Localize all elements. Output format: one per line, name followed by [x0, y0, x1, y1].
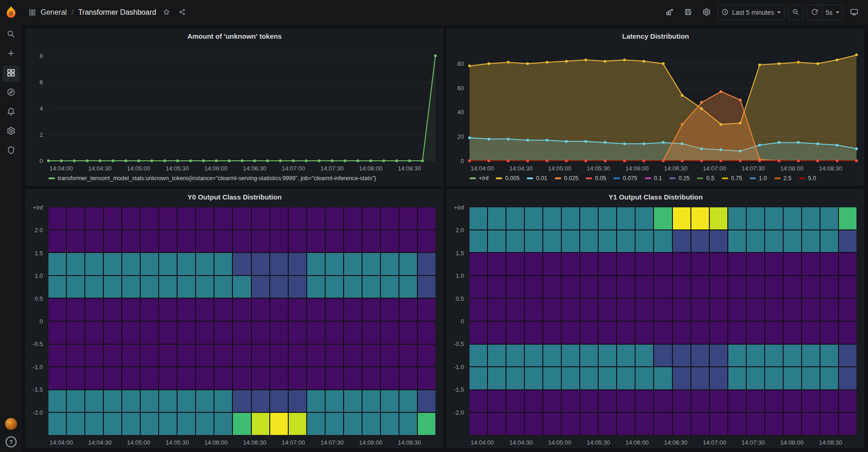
- save-dashboard-button[interactable]: [681, 5, 696, 20]
- y-tick-label: 0: [40, 158, 43, 164]
- heatmap-cell: [418, 345, 435, 367]
- heatmap-cell: [381, 367, 398, 389]
- heatmap-cell: [214, 253, 232, 275]
- panel-title[interactable]: Y0 Output Class Distribution: [26, 190, 443, 204]
- legend-item[interactable]: +Inf: [470, 175, 488, 182]
- refresh-button[interactable]: [807, 5, 822, 20]
- sidebar-item-search[interactable]: [3, 27, 19, 43]
- heatmap-cell: [196, 207, 214, 229]
- heatmap-cell: [543, 299, 561, 321]
- heatmap-cell: [820, 276, 838, 298]
- heatmap-cell: [85, 367, 103, 389]
- heatmap-cell: [344, 253, 362, 275]
- heatmap-cell: [839, 345, 856, 367]
- page-title[interactable]: Transformer Dashboard: [78, 8, 156, 17]
- sidebar-item-server-admin[interactable]: [3, 143, 19, 159]
- heatmap-cell: [562, 345, 579, 367]
- sidebar-item-create[interactable]: [3, 46, 19, 63]
- dashboard-controls: Last 5 minutes 5s: [662, 5, 862, 20]
- legend-item[interactable]: 0.05: [586, 175, 606, 182]
- panel-title[interactable]: Amount of 'unknown' tokens: [26, 29, 443, 43]
- star-dashboard-button[interactable]: [161, 6, 172, 19]
- data-point: [176, 159, 179, 162]
- sidebar-item-configuration[interactable]: [3, 123, 19, 140]
- plot-area[interactable]: [48, 47, 435, 161]
- tv-mode-button[interactable]: [847, 5, 862, 20]
- heatmap-cell: [159, 299, 177, 321]
- breadcrumb-section[interactable]: General: [41, 8, 67, 17]
- help-icon[interactable]: ?: [6, 436, 17, 447]
- add-panel-button[interactable]: [662, 5, 677, 20]
- legend-swatch: [470, 177, 476, 179]
- data-point: [836, 144, 838, 147]
- heatmap-cell: [344, 367, 362, 389]
- legend-item[interactable]: 0.75: [722, 175, 742, 182]
- sidebar-item-alerting[interactable]: [3, 104, 19, 121]
- panel-title[interactable]: Y1 Output Class Distribution: [447, 190, 864, 204]
- grafana-logo-icon[interactable]: [4, 5, 18, 19]
- dashboard-settings-button[interactable]: [699, 5, 714, 20]
- heatmap-cell: [159, 322, 177, 344]
- heatmap-cell: [418, 413, 435, 435]
- data-point: [855, 53, 858, 56]
- x-tick-label: 14:07:30: [321, 165, 344, 172]
- heatmap-cell: [765, 345, 783, 367]
- data-point: [604, 141, 606, 144]
- heatmap-cell: [599, 390, 616, 412]
- x-tick-label: 14:07:00: [703, 165, 726, 172]
- data-point: [642, 60, 645, 63]
- sidebar-item-explore[interactable]: [3, 85, 19, 101]
- save-icon: [684, 8, 692, 18]
- heatmap-cell: [654, 367, 672, 389]
- heatmap-cell: [48, 253, 66, 275]
- heatmap-cell: [104, 322, 121, 344]
- y-tick-label: 0.5: [456, 295, 464, 302]
- y-axis: +Inf2.01.51.00.50-0.5-1.0-1.5-2.0: [26, 207, 46, 435]
- heatmap-cell: [562, 230, 579, 252]
- legend-item[interactable]: 0.005: [496, 175, 519, 182]
- share-dashboard-button[interactable]: [177, 6, 188, 19]
- heatmap-cell: [399, 413, 417, 435]
- legend-item[interactable]: 1.0: [749, 175, 767, 182]
- refresh-interval-picker[interactable]: 5s: [822, 5, 843, 20]
- heatmap-grid: [48, 207, 435, 435]
- heatmap-cell: [159, 367, 177, 389]
- legend-item[interactable]: 5.0: [799, 175, 816, 182]
- legend-item[interactable]: 0.025: [555, 175, 578, 182]
- legend-item[interactable]: transformer_tensorrt_model_stats:unknown…: [48, 175, 376, 182]
- heatmap-grid: [470, 207, 856, 435]
- data-point: [778, 159, 780, 162]
- x-tick-label: 14:06:00: [204, 439, 228, 446]
- heatmap-cell: [839, 390, 856, 412]
- legend-item[interactable]: 0.5: [697, 175, 714, 182]
- panel-title[interactable]: Latency Distribution: [447, 29, 864, 43]
- heatmap-cell: [580, 345, 598, 367]
- zoom-out-button[interactable]: [788, 5, 803, 20]
- sidebar-item-dashboards[interactable]: [3, 65, 19, 82]
- plot-area[interactable]: [470, 207, 856, 435]
- data-point: [468, 136, 471, 139]
- legend-swatch: [774, 177, 781, 179]
- heatmap-cell: [710, 253, 727, 275]
- heatmap-cell: [488, 230, 505, 252]
- latency-distribution-chart: 020406080 14:04:0014:04:3014:05:0014:05:…: [447, 43, 864, 174]
- time-range-picker[interactable]: Last 5 minutes: [718, 5, 785, 20]
- x-tick-label: 14:07:00: [703, 439, 726, 446]
- x-tick-label: 14:04:00: [470, 165, 494, 172]
- legend-item[interactable]: 0.075: [613, 175, 637, 182]
- legend-item[interactable]: 2.5: [774, 175, 791, 182]
- heatmap-cell: [506, 299, 524, 321]
- data-point: [623, 59, 626, 61]
- heatmap-cell: [67, 253, 84, 275]
- legend-item[interactable]: 0.1: [645, 175, 662, 182]
- plot-area[interactable]: [48, 207, 435, 435]
- legend-item[interactable]: 0.25: [669, 175, 690, 182]
- heatmap-cell: [525, 390, 542, 412]
- plot-area[interactable]: [470, 47, 856, 161]
- sidebar: ?: [0, 0, 22, 452]
- legend-item[interactable]: 0.01: [527, 175, 547, 182]
- user-avatar[interactable]: [5, 418, 17, 430]
- heatmap-cell: [747, 253, 764, 275]
- heatmap-cell: [252, 253, 269, 275]
- heatmap-cell: [363, 230, 380, 252]
